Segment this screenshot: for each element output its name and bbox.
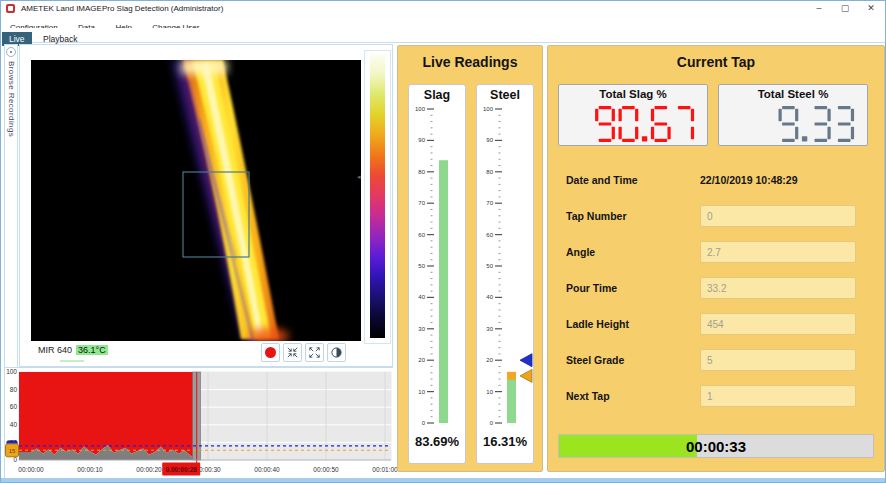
svg-text:20: 20: [486, 357, 493, 363]
svg-text:00:00:10: 00:00:10: [77, 466, 103, 473]
palette-gradient: [370, 54, 385, 338]
camera-name: MIR 640: [38, 345, 72, 355]
next-tap-input[interactable]: [700, 385, 856, 407]
svg-text:00:00:20: 00:00:20: [136, 466, 162, 473]
chart-future-region: [196, 372, 391, 460]
svg-text:90: 90: [486, 137, 493, 143]
contrast-icon: [330, 346, 343, 359]
svg-text:00:00:50: 00:00:50: [313, 466, 339, 473]
palette-scale[interactable]: [364, 50, 391, 344]
total-steel-label: Total Steel %: [719, 88, 867, 100]
total-slag-digits: [581, 106, 701, 142]
gauge-bar: [507, 380, 516, 423]
minimize-button[interactable]: –: [813, 2, 825, 15]
expand-arrows-icon: [308, 346, 321, 359]
camera-info: MIR 64036.1°C: [38, 345, 108, 355]
window-bottom-edge: [1, 478, 885, 482]
svg-text:70: 70: [418, 200, 425, 206]
image-toolbar: [261, 343, 346, 362]
gauge-bar-tip: [507, 372, 516, 380]
svg-text:50: 50: [486, 263, 493, 269]
window-controls: – ▢ ✕: [813, 2, 877, 15]
svg-text:70: 70: [486, 200, 493, 206]
angle-input[interactable]: [700, 241, 856, 263]
live-readings-title: Live Readings: [398, 46, 542, 70]
angle-label: Angle: [566, 246, 595, 258]
maximize-button[interactable]: ▢: [839, 2, 851, 15]
current-tap-title: Current Tap: [548, 46, 884, 70]
svg-text:10: 10: [418, 389, 425, 395]
tap-timer-bar: 00:00:33: [558, 434, 874, 458]
pour-time-input[interactable]: [700, 277, 856, 299]
ambient-temperature-badge: 36.1°C: [76, 345, 108, 355]
title-bar[interactable]: AMETEK Land IMAGEPro Slag Detection (Adm…: [1, 1, 885, 16]
svg-text:30: 30: [486, 326, 493, 332]
steel-grade-input[interactable]: [700, 349, 856, 371]
trend-chart[interactable]: 02040608010000:00:0000:00:1000:00:2000:0…: [5, 368, 394, 480]
tap-number-label: Tap Number: [566, 210, 626, 222]
next-tap-label: Next Tap: [566, 390, 610, 402]
svg-text:0: 0: [422, 420, 426, 426]
thermal-image-panel: ◂ MIR 64036.1°C: [19, 44, 393, 367]
svg-text:40: 40: [10, 421, 18, 428]
fullscreen-button[interactable]: [305, 343, 324, 362]
svg-text:00:00:40: 00:00:40: [254, 466, 280, 473]
thermal-image[interactable]: [31, 60, 361, 341]
svg-text:90: 90: [418, 137, 425, 143]
svg-text:30: 30: [418, 326, 425, 332]
svg-text:0: 0: [490, 420, 494, 426]
slag-gauge-value: 83.69%: [409, 434, 465, 449]
svg-text:80: 80: [10, 386, 18, 393]
svg-text:00:01:00: 00:01:00: [372, 466, 398, 473]
browse-recordings-strip[interactable]: Browse Recordings: [4, 44, 18, 368]
collapse-arrows-icon: [286, 346, 299, 359]
svg-text:80: 80: [486, 169, 493, 175]
tap-number-input[interactable]: [700, 205, 856, 227]
svg-text:80: 80: [418, 169, 425, 175]
total-slag-display: Total Slag %: [558, 84, 708, 146]
svg-text:60: 60: [418, 232, 425, 238]
fit-to-window-button[interactable]: [283, 343, 302, 362]
app-window: AMETEK Land IMAGEPro Slag Detection (Adm…: [0, 0, 886, 483]
steel-gauge-title: Steel: [477, 88, 533, 102]
svg-text:20: 20: [418, 357, 425, 363]
svg-text:100: 100: [6, 368, 17, 375]
threshold-marker-icon[interactable]: [520, 354, 532, 367]
steel-gauge-scale: 0102030405060708090100: [477, 103, 533, 433]
total-steel-display: Total Steel %: [718, 84, 868, 146]
palette-collapse-icon[interactable]: ◂: [357, 173, 361, 181]
pour-time-label: Pour Time: [566, 282, 617, 294]
svg-text:60: 60: [486, 232, 493, 238]
slag-gauge-title: Slag: [409, 88, 465, 102]
total-steel-digits: [741, 106, 861, 142]
pin-icon[interactable]: [6, 47, 16, 57]
browse-recordings-label: Browse Recordings: [7, 61, 16, 137]
svg-text:60: 60: [10, 403, 18, 410]
slag-gauge-card: Slag 0102030405060708090100 83.69%: [408, 84, 466, 464]
ladle-height-input[interactable]: [700, 313, 856, 335]
svg-text:40: 40: [418, 294, 425, 300]
steel-grade-label: Steel Grade: [566, 354, 624, 366]
svg-text:15: 15: [9, 448, 16, 454]
record-button[interactable]: [261, 343, 280, 362]
contrast-button[interactable]: [327, 343, 346, 362]
tap-timer-text: 00:00:33: [559, 435, 873, 457]
close-button[interactable]: ✕: [865, 2, 877, 15]
total-slag-label: Total Slag %: [559, 88, 707, 100]
window-title: AMETEK Land IMAGEPro Slag Detection (Adm…: [21, 4, 223, 13]
slag-gauge-scale: 0102030405060708090100: [409, 103, 465, 433]
current-tap-panel: Current Tap Total Slag % Total Steel % D…: [547, 45, 885, 472]
svg-text:100: 100: [415, 106, 426, 112]
svg-text:10: 10: [486, 389, 493, 395]
svg-text:50: 50: [418, 263, 425, 269]
tab-bar: Live Playback: [2, 28, 886, 43]
date-time-value: 22/10/2019 10:48:29: [700, 174, 798, 186]
threshold-marker-icon[interactable]: [520, 369, 532, 382]
gauge-bar: [439, 160, 448, 423]
svg-text:00:00:00: 00:00:00: [18, 466, 44, 473]
thermal-stream-graphic: [31, 60, 361, 341]
date-time-label: Date and Time: [566, 174, 638, 186]
svg-text:40: 40: [486, 294, 493, 300]
svg-text:100: 100: [483, 106, 494, 112]
steel-gauge-value: 16.31%: [477, 434, 533, 449]
